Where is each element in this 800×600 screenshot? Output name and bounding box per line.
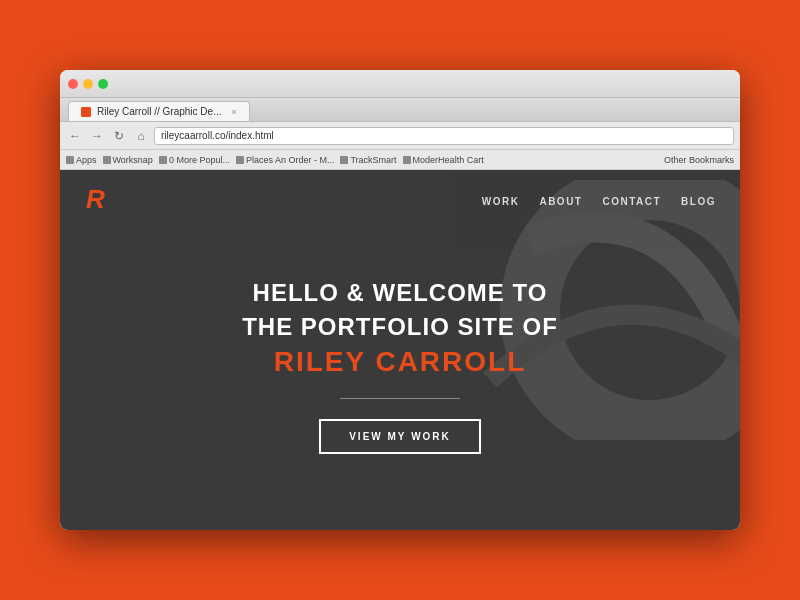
bookmark-label: 0 More Popul... — [169, 155, 230, 165]
forward-button[interactable]: → — [88, 127, 106, 145]
view-my-work-button[interactable]: VIEW MY WORK — [319, 419, 481, 454]
bookmark-icon — [236, 156, 244, 164]
hero-divider — [340, 398, 460, 399]
minimize-button[interactable] — [83, 79, 93, 89]
address-bar-row: ← → ↻ ⌂ rileycaarroll.co/index.html — [60, 122, 740, 150]
hero-section: HELLO & WELCOME TO THE PORTFOLIO SITE OF… — [60, 232, 740, 530]
hero-name: RILEY CARROLL — [274, 346, 527, 378]
back-button[interactable]: ← — [66, 127, 84, 145]
bookmark-apps[interactable]: Apps — [66, 155, 97, 165]
bookmark-more[interactable]: 0 More Popul... — [159, 155, 230, 165]
site-logo[interactable]: R — [84, 184, 112, 218]
tab-close-icon[interactable]: × — [231, 107, 236, 117]
bookmark-icon — [403, 156, 411, 164]
hero-title-line1: HELLO & WELCOME TO — [253, 278, 548, 308]
address-bar[interactable]: rileycaarroll.co/index.html — [154, 127, 734, 145]
bookmark-icon — [66, 156, 74, 164]
nav-links: WORK ABOUT CONTACT BLOG — [482, 196, 716, 207]
bookmark-tracksmart[interactable]: TrackSmart — [340, 155, 396, 165]
tab-favicon — [81, 107, 91, 117]
website-content: R WORK ABOUT CONTACT BLOG HELLO & WELCOM… — [60, 170, 740, 530]
bookmarks-bar: Apps Worksnap 0 More Popul... Places An … — [60, 150, 740, 170]
home-button[interactable]: ⌂ — [132, 127, 150, 145]
bookmark-icon — [103, 156, 111, 164]
browser-window: Riley Carroll // Graphic De... × ← → ↻ ⌂… — [60, 70, 740, 530]
bookmark-label: Worksnap — [113, 155, 153, 165]
bookmark-moderhealth[interactable]: ModerHealth Cart — [403, 155, 484, 165]
bookmark-label: TrackSmart — [350, 155, 396, 165]
bookmark-worksnap[interactable]: Worksnap — [103, 155, 153, 165]
svg-text:R: R — [86, 184, 105, 212]
bookmark-icon — [159, 156, 167, 164]
reload-button[interactable]: ↻ — [110, 127, 128, 145]
site-navigation: R WORK ABOUT CONTACT BLOG — [60, 170, 740, 232]
browser-titlebar — [60, 70, 740, 98]
bookmark-other[interactable]: Other Bookmarks — [664, 155, 734, 165]
maximize-button[interactable] — [98, 79, 108, 89]
tab-title: Riley Carroll // Graphic De... — [97, 106, 221, 117]
nav-contact[interactable]: CONTACT — [602, 196, 661, 207]
bookmark-icon — [340, 156, 348, 164]
hero-title-line2: THE PORTFOLIO SITE OF — [242, 312, 558, 342]
nav-blog[interactable]: BLOG — [681, 196, 716, 207]
bookmark-label: Places An Order - M... — [246, 155, 335, 165]
bookmark-label: ModerHealth Cart — [413, 155, 484, 165]
url-text: rileycaarroll.co/index.html — [161, 130, 274, 141]
nav-about[interactable]: ABOUT — [539, 196, 582, 207]
tab-bar: Riley Carroll // Graphic De... × — [60, 98, 740, 122]
active-tab[interactable]: Riley Carroll // Graphic De... × — [68, 101, 250, 121]
nav-work[interactable]: WORK — [482, 196, 520, 207]
bookmark-label: Other Bookmarks — [664, 155, 734, 165]
bookmark-place-order[interactable]: Places An Order - M... — [236, 155, 335, 165]
bookmark-label: Apps — [76, 155, 97, 165]
close-button[interactable] — [68, 79, 78, 89]
